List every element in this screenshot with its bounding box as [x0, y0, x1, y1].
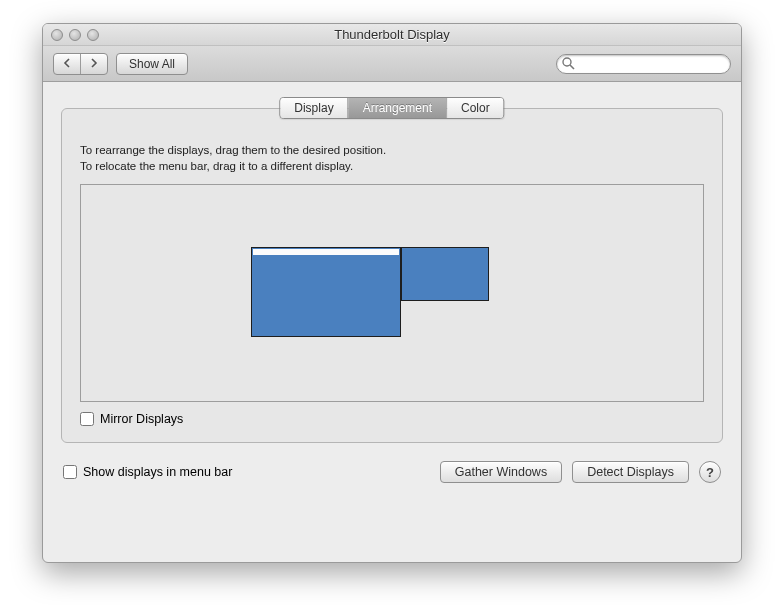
search-input[interactable] [556, 54, 731, 74]
display-primary[interactable] [251, 247, 401, 337]
display-secondary[interactable] [401, 247, 489, 301]
window-controls [43, 29, 99, 41]
footer-row: Show displays in menu bar Gather Windows… [61, 461, 723, 483]
help-button[interactable]: ? [699, 461, 721, 483]
window-title: Thunderbolt Display [43, 27, 741, 42]
mirror-displays-label: Mirror Displays [100, 412, 183, 426]
arrangement-instructions: To rearrange the displays, drag them to … [80, 143, 704, 174]
svg-line-1 [570, 65, 574, 69]
gather-windows-button[interactable]: Gather Windows [440, 461, 562, 483]
menu-bar-drag-handle[interactable] [253, 249, 399, 255]
mirror-displays-row[interactable]: Mirror Displays [80, 412, 704, 426]
forward-button[interactable] [81, 54, 107, 74]
instruction-line: To relocate the menu bar, drag it to a d… [80, 159, 704, 175]
titlebar: Thunderbolt Display [43, 24, 741, 46]
tab-display[interactable]: Display [280, 98, 348, 118]
preferences-window: Thunderbolt Display Show All [42, 23, 742, 563]
show-all-button[interactable]: Show All [116, 53, 188, 75]
arrangement-canvas[interactable] [80, 184, 704, 402]
chevron-left-icon [62, 57, 72, 71]
close-window-button[interactable] [51, 29, 63, 41]
zoom-window-button[interactable] [87, 29, 99, 41]
search-icon [562, 57, 575, 70]
svg-point-0 [563, 58, 571, 66]
minimize-window-button[interactable] [69, 29, 81, 41]
show-in-menu-bar-row[interactable]: Show displays in menu bar [63, 465, 232, 479]
mirror-displays-checkbox[interactable] [80, 412, 94, 426]
back-button[interactable] [54, 54, 81, 74]
detect-displays-button[interactable]: Detect Displays [572, 461, 689, 483]
show-in-menu-bar-checkbox[interactable] [63, 465, 77, 479]
toolbar: Show All [43, 46, 741, 82]
tabs: Display Arrangement Color [279, 97, 504, 119]
search-field-wrap [556, 54, 731, 74]
tab-arrangement[interactable]: Arrangement [349, 98, 447, 118]
content-area: Display Arrangement Color To rearrange t… [43, 82, 741, 501]
tab-color[interactable]: Color [447, 98, 504, 118]
instruction-line: To rearrange the displays, drag them to … [80, 143, 704, 159]
tab-panel: Display Arrangement Color To rearrange t… [61, 108, 723, 443]
nav-segment [53, 53, 108, 75]
show-in-menu-bar-label: Show displays in menu bar [83, 465, 232, 479]
chevron-right-icon [89, 57, 99, 71]
